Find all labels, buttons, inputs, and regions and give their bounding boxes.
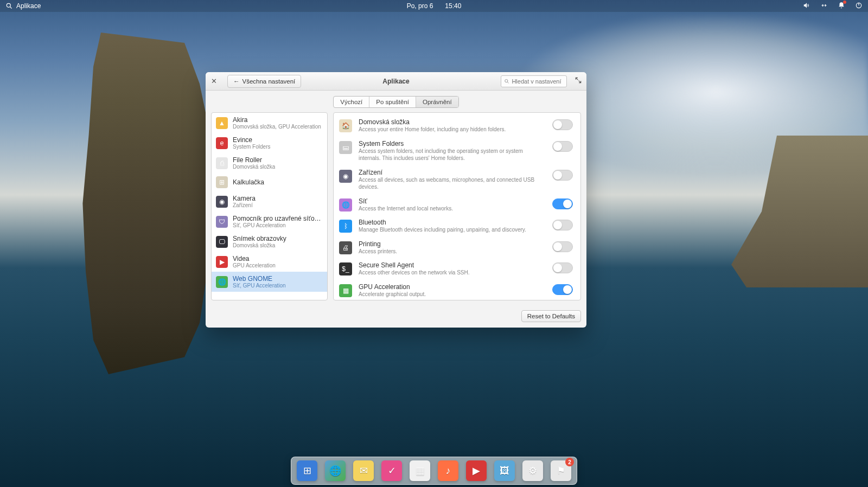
app-sub: Domovská složka [233,242,286,248]
app-text: Kalkulačka [233,178,264,186]
videos-icon: ▶ [473,465,480,477]
network-indicator[interactable] [820,2,828,11]
permissions-panel: 🏠Domovská složkaAccess your entire Home … [333,112,581,300]
window-title: Aplikace [382,78,409,85]
dock: ⊞🌐✉✓▦♪▶🖼⚙⚑2 [291,457,577,485]
app-row-akira[interactable]: ▲AkiraDomovská složka, GPU Acceleration [212,113,327,133]
app-sub: Domovská složka, GPU Acceleration [233,124,321,130]
tab-oprávnění[interactable]: Oprávnění [416,97,458,107]
dock-settings[interactable]: ⚙ [522,460,543,481]
permission-bluetooth: ᛒBluetoothManage Bluetooth devices inclu… [334,215,580,237]
permission-text: GPU AccelerationAccelerate graphical out… [359,283,546,298]
applications-menu[interactable]: Aplikace [5,2,41,10]
back-label: Všechna nastavení [242,78,296,85]
permission-desc: Access the Internet and local networks. [359,205,546,213]
appcenter-icon: ⚑ [557,465,565,477]
maximize-icon [575,76,582,84]
clock-area[interactable]: Po, pro 6 15:40 [407,2,462,10]
permission-icon: ▦ [339,284,352,297]
app-name: Kamera [233,195,256,202]
settings-search[interactable] [501,75,567,87]
permission-toggle[interactable] [552,241,573,252]
permission-toggle[interactable] [552,141,573,152]
svg-line-1 [10,7,12,9]
wallpaper-rock-left [71,33,222,374]
app-text: EvinceSystem Folders [233,136,270,150]
permission-toggle[interactable] [552,220,573,230]
permission-title: GPU Acceleration [359,283,546,291]
permission-title: Síť [359,197,546,205]
dock-music[interactable]: ♪ [438,460,458,481]
permission-desc: Manage Bluetooth devices including pairi… [359,226,546,234]
back-all-settings-button[interactable]: ← Všechna nastavení [227,75,301,88]
permission-icon: 🌐 [339,198,352,212]
notifications-indicator[interactable] [838,2,845,11]
permission-title: Bluetooth [359,219,546,226]
permission-icon: $_ [339,262,352,275]
tab-po-spuštění[interactable]: Po spuštění [369,97,416,107]
permission-toggle[interactable] [552,119,573,130]
permission-desc: Access system folders, not including the… [359,148,546,162]
permissions-list: 🏠Domovská složkaAccess your entire Home … [334,113,580,303]
permission-desc: Access all devices, such as webcams, mic… [359,176,546,191]
search-icon [504,78,509,85]
permission-icon: ◉ [339,170,352,183]
app-sub: System Folders [233,144,270,150]
permission-toggle[interactable] [552,262,573,273]
permission-icon: 🏠 [339,119,352,132]
maximize-button[interactable] [575,76,582,86]
dock-tasks[interactable]: ✓ [381,460,402,481]
dock-web[interactable]: 🌐 [325,460,346,481]
permission-title: Domovská složka [359,118,546,126]
network-icon [820,2,828,9]
permission-toggle[interactable] [552,198,573,209]
app-name: Pomocník pro uzavřené síťové ... [233,215,323,222]
app-icon: 🖵 [216,236,228,248]
session-indicator[interactable] [855,2,863,11]
top-panel: Aplikace Po, pro 6 15:40 [0,0,868,12]
permission-gpu-acceleration: ▦GPU AccelerationAccelerate graphical ou… [334,280,580,302]
permission-toggle[interactable] [552,170,573,181]
dock-photos[interactable]: 🖼 [494,460,515,481]
permission-text: Secure Shell AgentAccess other devices o… [359,261,546,277]
dock-calendar[interactable]: ▦ [410,460,430,481]
permission-domovsk-slo-ka: 🏠Domovská složkaAccess your entire Home … [334,115,580,137]
search-input[interactable] [512,78,564,85]
permission-icon: 🖴 [339,141,352,154]
app-row-videa[interactable]: ▶VideaGPU Acceleration [212,252,327,272]
permission-title: Zařízení [359,169,546,176]
app-name: Web GNOME [233,275,286,283]
app-text: AkiraDomovská složka, GPU Acceleration [233,116,321,130]
dock-multitasking[interactable]: ⊞ [297,460,317,481]
tab-výchozí[interactable]: Výchozí [334,97,369,107]
app-list[interactable]: ▲AkiraDomovská složka, GPU Acceleratione… [211,112,328,300]
search-icon [5,2,13,10]
permission-s-: 🌐SíťAccess the Internet and local networ… [334,194,580,216]
permission-toggle[interactable] [552,284,573,295]
dock-videos[interactable]: ▶ [466,460,487,481]
permission-title: Secure Shell Agent [359,261,546,269]
app-row-kamera[interactable]: ◉KameraZařízení [212,191,327,212]
notification-badge [843,1,846,4]
permission-text: System FoldersAccess system folders, not… [359,140,546,162]
close-button[interactable]: ✕ [210,78,218,85]
permission-title: System Folders [359,140,546,148]
calendar-icon: ▦ [416,465,425,477]
dock-appcenter[interactable]: ⚑2 [551,460,571,481]
app-icon: ▶ [216,256,228,268]
app-row-pomocn-k-pro-uzav-en-s-ov-[interactable]: 🛡Pomocník pro uzavřené síťové ...Síť, GP… [212,212,327,232]
app-row-file-roller[interactable]: ⎙File RollerDomovská složka [212,153,327,173]
titlebar[interactable]: ✕ ← Všechna nastavení Aplikace [206,72,586,91]
app-icon: 🌐 [216,276,228,288]
reset-to-defaults-button[interactable]: Reset to Defaults [521,310,581,322]
dock-mail[interactable]: ✉ [353,460,374,481]
app-row-sn-mek-obrazovky[interactable]: 🖵Snímek obrazovkyDomovská složka [212,232,327,252]
permission-title: Printing [359,240,546,248]
app-row-evince[interactable]: eEvinceSystem Folders [212,133,327,153]
app-row-kalkula-ka[interactable]: ⊞Kalkulačka [212,173,327,191]
multitasking-icon: ⊞ [303,465,311,477]
app-text: VideaGPU Acceleration [233,255,276,268]
dock-badge: 2 [565,458,574,466]
sound-indicator[interactable] [803,2,810,11]
app-row-web-gnome[interactable]: 🌐Web GNOMESíť, GPU Acceleration [212,272,327,292]
